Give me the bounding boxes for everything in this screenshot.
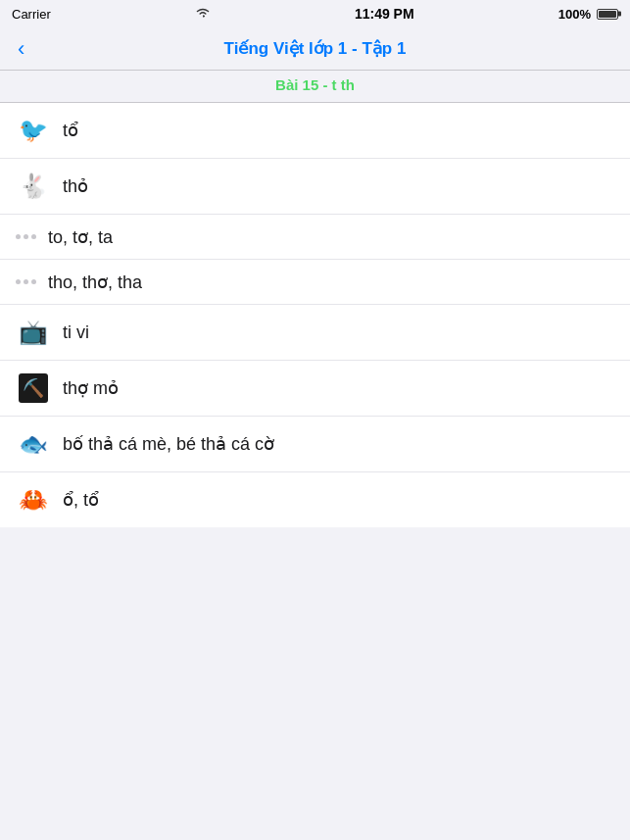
list-item[interactable]: to, tơ, ta <box>0 215 630 260</box>
item-icon-tho-mo: ⛏️ <box>16 371 51 406</box>
status-bar: Carrier 11:49 PM 100% <box>0 0 630 27</box>
battery-label: 100% <box>558 7 591 22</box>
item-text: tổ <box>63 120 78 141</box>
item-icon-to: 🐦 <box>16 113 51 148</box>
wifi-icon <box>195 7 211 22</box>
dot <box>31 234 36 239</box>
list-item[interactable]: 🦀 ổ, tổ <box>0 472 630 527</box>
item-text: ổ, tổ <box>63 489 99 511</box>
item-text: thợ mỏ <box>63 377 119 399</box>
item-text: tho, thơ, tha <box>48 272 142 293</box>
list-item[interactable]: ⛏️ thợ mỏ <box>0 361 630 417</box>
battery-fill <box>599 11 616 18</box>
item-icon-tivi: 📺 <box>16 315 51 350</box>
item-icon-ca: 🐟 <box>16 426 51 462</box>
dot <box>24 234 28 239</box>
list-item[interactable]: 🐇 thỏ <box>0 159 630 215</box>
battery-icon <box>597 9 618 20</box>
item-icon-tho: 🐇 <box>16 169 51 204</box>
item-dots <box>16 234 36 239</box>
item-text: thỏ <box>63 175 88 197</box>
subtitle-label: Bài 15 - t th <box>275 76 355 93</box>
carrier-label: Carrier <box>12 7 51 22</box>
status-right: 100% <box>558 7 618 22</box>
nav-bar: ‹ Tiếng Việt lớp 1 - Tập 1 <box>0 27 630 71</box>
dot <box>24 279 28 284</box>
dot <box>16 234 21 239</box>
list-item[interactable]: 📺 ti vi <box>0 305 630 361</box>
list-item[interactable]: tho, thơ, tha <box>0 260 630 305</box>
list-item[interactable]: 🐦 tổ <box>0 103 630 159</box>
item-icon-o-to: 🦀 <box>16 482 51 518</box>
status-time: 11:49 PM <box>355 6 414 22</box>
vocabulary-list: 🐦 tổ 🐇 thỏ to, tơ, ta tho, thơ, tha 📺 <box>0 103 630 527</box>
item-text: ti vi <box>63 322 89 343</box>
subtitle-bar: Bài 15 - t th <box>0 71 630 103</box>
item-text: to, tơ, ta <box>48 226 113 248</box>
dot <box>16 279 21 284</box>
list-item[interactable]: 🐟 bố thả cá mè, bé thả cá cờ <box>0 417 630 472</box>
item-text: bố thả cá mè, bé thả cá cờ <box>63 433 274 455</box>
nav-title: Tiếng Việt lớp 1 - Tập 1 <box>224 38 407 59</box>
dot <box>31 279 36 284</box>
item-dots <box>16 279 36 284</box>
back-button[interactable]: ‹ <box>10 34 32 64</box>
